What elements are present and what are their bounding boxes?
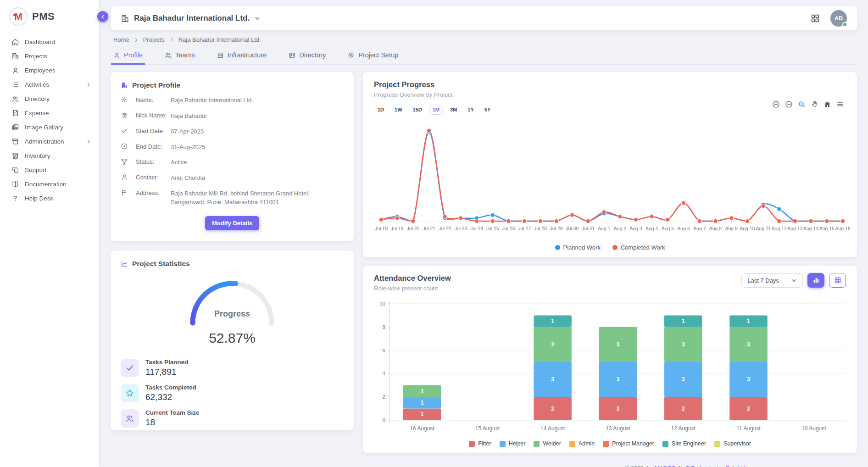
selection-zoom-icon[interactable]	[798, 100, 806, 108]
svg-text:Progress: Progress	[214, 309, 250, 318]
field-label: Contact:	[136, 173, 171, 181]
svg-text:1: 1	[421, 388, 424, 395]
legend-item[interactable]: Welder	[534, 440, 561, 447]
person-icon	[113, 52, 120, 59]
chevron-right-icon	[169, 37, 174, 43]
tab-infrastructure[interactable]: Infrastructure	[216, 47, 267, 64]
legend-item[interactable]: Project Manager	[603, 440, 654, 447]
sidebar-item-activities[interactable]: Activities	[0, 78, 99, 92]
receipt-icon	[11, 109, 19, 117]
svg-text:Aug 8: Aug 8	[709, 226, 722, 231]
sidebar-item-label: Dashboard	[25, 39, 55, 45]
tab-profile[interactable]: Profile	[112, 47, 144, 64]
sidebar-item-administration[interactable]: Administration	[0, 134, 99, 149]
list-icon	[11, 81, 19, 89]
bar-chart-view-button[interactable]	[807, 273, 824, 288]
gear-icon	[348, 52, 355, 59]
field-label: End Date:	[136, 143, 171, 150]
sidebar-item-expense[interactable]: Expense	[0, 106, 99, 120]
range-15d[interactable]: 15D	[409, 105, 426, 115]
legend-item[interactable]: Supervisor	[714, 440, 751, 447]
sidebar-item-support[interactable]: Support	[0, 163, 99, 177]
date-range-select[interactable]: Last 7 Days	[741, 273, 803, 288]
table-view-button[interactable]	[829, 273, 846, 288]
zoom-in-icon[interactable]	[772, 100, 780, 108]
app-logo[interactable]: M PMS	[0, 0, 99, 32]
legend-item[interactable]: Admin	[569, 440, 595, 447]
legend-label: Welder	[543, 440, 561, 447]
company-link[interactable]: MARCO AIoT Technologies Pvt. Ltd.	[655, 465, 747, 467]
progress-line-chart[interactable]: Jul 18Jul 19Jul 20Jul 21Jul 22Jul 23Jul …	[374, 117, 850, 239]
svg-text:10 August: 10 August	[801, 425, 826, 432]
modify-details-button[interactable]: Modify Details	[205, 216, 259, 230]
range-1m[interactable]: 1M	[429, 105, 443, 115]
range-1y[interactable]: 1Y	[464, 105, 477, 115]
legend-item[interactable]: Helper	[500, 440, 526, 447]
legend-label: Fitter	[478, 440, 491, 447]
menu-icon[interactable]	[836, 100, 844, 108]
svg-text:8: 8	[383, 324, 385, 330]
sidebar-item-help-desk[interactable]: Help Desk	[0, 191, 99, 206]
sidebar-item-employees[interactable]: Employees	[0, 63, 99, 78]
legend-item[interactable]: Planned Work	[555, 244, 601, 251]
avatar-initials: AD	[835, 15, 843, 22]
field-end-date: End Date: 31-Aug-2025	[121, 143, 344, 152]
sidebar-item-label: Documentation	[25, 181, 67, 188]
legend-item[interactable]: Fitter	[469, 440, 491, 447]
line-chart-legend: Planned WorkCompleted Work	[374, 241, 846, 252]
tab-directory[interactable]: Directory	[288, 47, 327, 64]
field-name: Name: Raja Bahadur International Ltd.	[121, 96, 344, 105]
stat-label: Current Team Size	[145, 409, 200, 416]
app-name: PMS	[32, 11, 55, 22]
breadcrumb-projects[interactable]: Projects	[143, 36, 165, 43]
zoom-out-icon[interactable]	[785, 100, 793, 108]
breadcrumb-home[interactable]: Home	[113, 36, 129, 43]
sidebar-item-label: Projects	[25, 53, 47, 60]
stat-value: 18	[145, 417, 200, 428]
range-1d[interactable]: 1D	[374, 105, 388, 115]
copyright-text: © 2025, by	[625, 465, 653, 467]
svg-text:1: 1	[682, 318, 685, 324]
tab-label: Teams	[175, 51, 195, 59]
company-selector[interactable]: Raja Bahadur International Ltd.	[121, 14, 261, 23]
field-contact: Contact: Anuj Chordia	[121, 173, 344, 183]
sidebar-collapse-button[interactable]	[97, 11, 108, 22]
sidebar-item-inventory[interactable]: Inventory	[0, 149, 99, 163]
company-name: Raja Bahadur International Ltd.	[134, 14, 250, 23]
sidebar-item-label: Employees	[25, 67, 56, 74]
people-icon	[125, 414, 134, 423]
sidebar-item-image-gallery[interactable]: Image Gallary	[0, 120, 99, 134]
svg-text:14 August: 14 August	[540, 425, 565, 432]
svg-text:1: 1	[747, 318, 750, 324]
range-3m[interactable]: 3M	[446, 105, 461, 115]
svg-text:Aug 7: Aug 7	[693, 226, 706, 231]
tab-teams[interactable]: Teams	[164, 47, 196, 64]
svg-text:Aug 12: Aug 12	[772, 226, 787, 231]
sidebar-item-projects[interactable]: Projects	[0, 49, 99, 63]
sidebar-item-documentation[interactable]: Documentation	[0, 177, 99, 191]
svg-text:Aug 16: Aug 16	[835, 226, 850, 231]
tab-bar: Profile Teams Infrastructure Directory P…	[111, 47, 857, 65]
legend-label: Helper	[509, 440, 526, 447]
svg-text:2: 2	[617, 406, 620, 412]
legend-swatch	[534, 441, 540, 447]
range-5y[interactable]: 5Y	[481, 105, 494, 115]
sidebar-item-dashboard[interactable]: Dashboard	[0, 35, 99, 49]
legend-item[interactable]: Completed Work	[612, 244, 665, 251]
home-reset-icon[interactable]	[823, 100, 831, 108]
attendance-overview-card: Attendance Overview Role-wise present co…	[363, 266, 857, 453]
svg-text:1: 1	[421, 411, 424, 417]
image-icon	[11, 123, 19, 131]
svg-text:Aug 2: Aug 2	[614, 226, 627, 231]
tab-project-setup[interactable]: Project Setup	[347, 47, 399, 64]
user-avatar[interactable]: AD	[830, 10, 847, 27]
range-1w[interactable]: 1W	[391, 105, 406, 115]
sidebar-nav: Dashboard Projects Employees Activities …	[0, 32, 99, 206]
chevron-right-icon	[134, 37, 139, 43]
star-icon	[125, 389, 134, 398]
legend-swatch	[662, 441, 668, 447]
pan-hand-icon[interactable]	[811, 100, 818, 108]
sidebar-item-directory[interactable]: Directory	[0, 92, 99, 106]
apps-grid-icon[interactable]	[810, 13, 820, 23]
legend-item[interactable]: Site Engineer	[662, 440, 706, 447]
